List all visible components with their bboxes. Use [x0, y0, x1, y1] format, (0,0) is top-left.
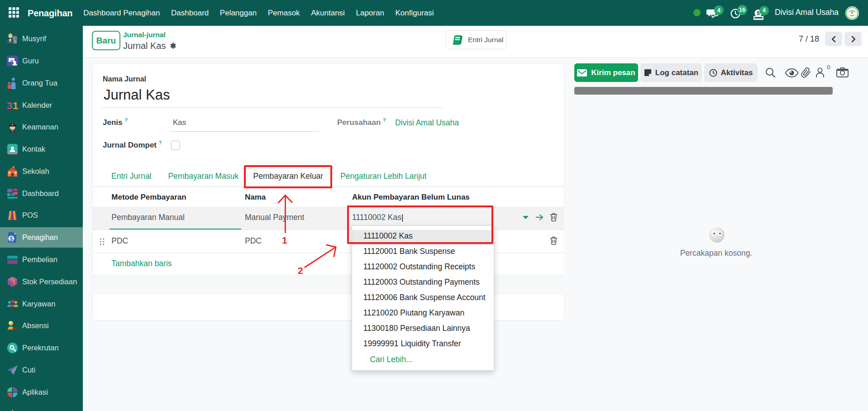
svg-text:1: 1 [13, 100, 18, 111]
svg-text:$: $ [10, 236, 13, 242]
svg-text:3: 3 [7, 100, 12, 111]
